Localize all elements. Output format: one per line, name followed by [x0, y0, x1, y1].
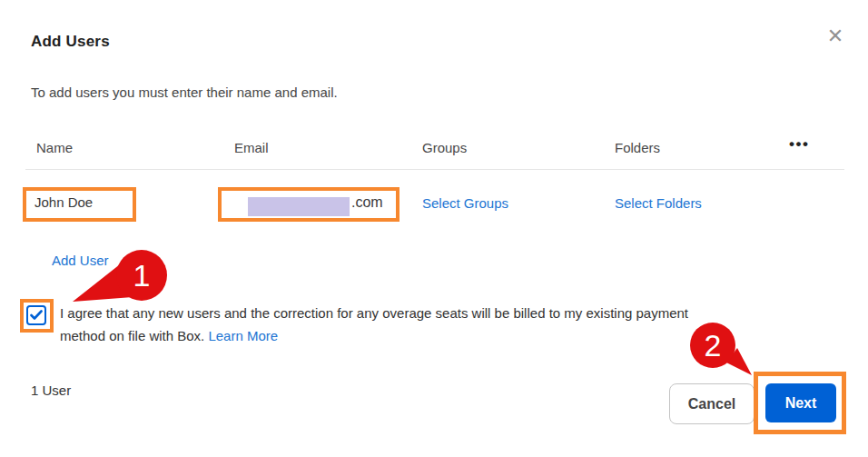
user-count-label: 1 User	[31, 382, 71, 398]
next-button[interactable]: Next	[765, 383, 836, 422]
header-divider	[25, 169, 844, 170]
more-options-icon[interactable]: •••	[789, 135, 809, 154]
agreement-text-line2-prefix: method on file with Box.	[60, 328, 204, 343]
email-domain-text[interactable]: .com	[351, 194, 383, 211]
callout-1-balloon: 1	[53, 243, 180, 312]
email-redaction-block[interactable]	[248, 197, 350, 216]
cancel-button[interactable]: Cancel	[669, 383, 755, 424]
callout-2-balloon: 2	[681, 321, 763, 379]
callout-2-number: 2	[705, 328, 722, 363]
column-header-folders: Folders	[615, 140, 660, 155]
add-users-dialog: Add Users ✕ To add users you must enter …	[0, 0, 868, 457]
column-header-name: Name	[36, 140, 73, 155]
agreement-checkbox[interactable]	[26, 305, 46, 325]
learn-more-link[interactable]: Learn More	[208, 328, 278, 343]
select-folders-link[interactable]: Select Folders	[615, 195, 702, 211]
dialog-subtitle: To add users you must enter their name a…	[31, 84, 338, 100]
agreement-text-line2: method on file with Box. Learn More	[60, 328, 278, 343]
column-header-groups: Groups	[422, 140, 467, 155]
checkmark-icon	[30, 310, 43, 321]
select-groups-link[interactable]: Select Groups	[422, 195, 508, 211]
callout-1-number: 1	[133, 258, 151, 293]
close-icon[interactable]: ✕	[823, 24, 848, 49]
column-header-email: Email	[234, 140, 269, 155]
name-input[interactable]: John Doe	[35, 194, 93, 210]
dialog-title: Add Users	[31, 33, 110, 51]
